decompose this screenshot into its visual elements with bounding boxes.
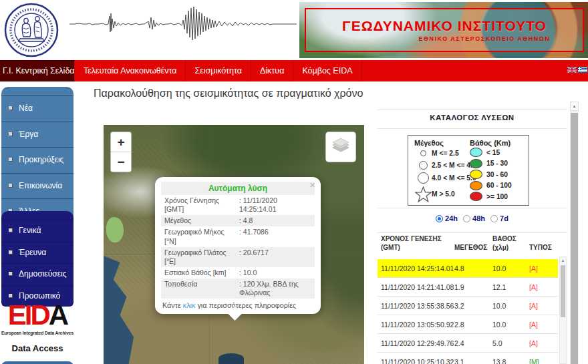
header-depth-line1: ΒΑΘΟΣ (492, 235, 529, 244)
lake (218, 353, 244, 364)
map-zoom-control: + − (110, 132, 132, 172)
period-label: 7d (500, 214, 508, 222)
page: ΓΕΩΔΥΝΑΜΙΚΟ ΙΝΣΤΙΤΟΥΤΟ ΕΘΝΙΚΟ ΑΣΤΕΡΟΣΚΟΠ… (0, 0, 588, 364)
scroll-up-icon[interactable]: ▲ (570, 102, 579, 111)
sidebar-item-label: Δημοσιεύσεις (19, 269, 66, 279)
period-option-48h[interactable]: 48h (463, 214, 485, 222)
period-option-24h[interactable]: 24h (436, 214, 458, 222)
depth-swatch-icon (470, 159, 482, 168)
popup-row-label: Γεωγραφικό Μήκος [°N] (164, 228, 237, 245)
divider (378, 128, 567, 129)
event-depth: 13.8 (492, 358, 529, 364)
bullet-icon (9, 250, 13, 254)
sidebar-item-label: Προκηρύξεις (19, 155, 63, 164)
legend-label: 60 - 100 (486, 182, 512, 189)
institute-title: ΓΕΩΔΥΝΑΜΙΚΟ ΙΝΣΤΙΤΟΥΤΟ (306, 18, 583, 34)
bullet-icon (9, 294, 13, 298)
radio-icon[interactable] (463, 215, 470, 222)
popup-row-label: Μέγεθος (164, 216, 237, 225)
sidebar-item-general[interactable]: Γενικά (1, 220, 74, 242)
magnitude-circle-icon (414, 161, 432, 170)
nav-item-announcements[interactable]: Τελευταία Ανακοινωθέντα (75, 60, 186, 81)
seismicity-map[interactable]: + − × Αυτόματη λύση Χρόνος Γέννησης [GMT… (104, 125, 364, 364)
sidebar-item-label: Έργα (19, 130, 38, 139)
sidebar-item-contact[interactable]: Επικοινωνία (1, 173, 74, 199)
radio-icon[interactable] (490, 215, 498, 222)
divider (378, 208, 567, 208)
sidebar-item-label: Έρευνα (19, 248, 46, 257)
header-time: ΧΡΟΝΟΣ ΓΕΝΕΣΗΣ (GMT) (378, 235, 454, 252)
legend-label: M <= 2.5 (432, 150, 459, 157)
event-time: 11/11/2020 12:29:49.76 (378, 339, 454, 347)
nav-item-seismicity[interactable]: Σεισμικότητα (186, 60, 251, 81)
sidebar-item-news[interactable]: Νέα (1, 96, 74, 122)
sidebar-item-research[interactable]: Έρευνα (1, 242, 74, 264)
divider (378, 232, 567, 233)
period-selector: 24h 48h 7d (378, 214, 567, 222)
event-time: 11/11/2020 13:55:38.56 (378, 302, 454, 310)
legend-item: M > 5.0 (414, 185, 476, 203)
header-magnitude: ΜΕΓΕΘΟΣ (454, 244, 492, 252)
sidebar-item-publications[interactable]: Δημοσιεύσεις (1, 263, 74, 285)
header-time-line2: (GMT) (381, 244, 454, 252)
nav-item-networks[interactable]: Δίκτυα (251, 60, 293, 81)
uk-flag-icon[interactable] (567, 63, 577, 75)
zoom-out-button[interactable]: − (111, 152, 131, 172)
legend-magnitude-title: Μέγεθος (414, 139, 476, 147)
events-table: 11/11/2020 14:25:14.01 4.8 10.0 [A] 11/1… (378, 259, 558, 364)
eida-logo-letter-a: A (49, 299, 67, 331)
scroll-up-icon[interactable]: ▲ (560, 257, 566, 264)
institute-banner-frame: ΓΕΩΔΥΝΑΜΙΚΟ ΙΝΣΤΙΤΟΥΤΟ ΕΘΝΙΚΟ ΑΣΤΕΡΟΣΚΟΠ… (305, 8, 584, 52)
event-magnitude: 3.1 (454, 358, 492, 364)
sidebar-item-label: Επικοινωνία (19, 181, 62, 190)
depth-swatch-icon (470, 148, 482, 157)
sidebar-item-projects[interactable]: Έργα (1, 122, 74, 148)
nav-item-home[interactable]: Γ.Ι. Κεντρική Σελίδα (0, 60, 75, 81)
table-scrollbar[interactable]: ▲ (559, 256, 567, 364)
event-depth: 10.0 (492, 302, 529, 310)
table-row[interactable]: 11/11/2020 13:05:50.92 2.8 10.0 [A] (378, 315, 558, 334)
legend-item: 30 - 60 (470, 169, 512, 180)
catalog-title: ΚΑΤΑΛΟΓΟΣ ΛΥΣΕΩΝ (378, 114, 567, 122)
table-row[interactable]: 11/11/2020 14:21:41.08 1.9 12.1 [A] (378, 278, 558, 297)
event-depth: 12.1 (492, 283, 529, 291)
popup-row-depth: Εστιακό Βάθος [km] : 10.0 (161, 267, 315, 279)
period-option-7d[interactable]: 7d (490, 214, 508, 222)
radio-icon[interactable] (436, 215, 443, 222)
event-type: [A] (529, 283, 558, 291)
table-row[interactable]: 11/11/2020 12:29:49.76 2.4 5.0 [A] (378, 334, 558, 353)
popup-row-origin-time: Χρόνος Γέννησης [GMT] : 11/11/2020 14:25… (161, 195, 315, 215)
more-info-link[interactable]: κλικ (183, 301, 196, 309)
page-title: Παρακολούθηση της σεισμικότητας σε πραγμ… (94, 87, 363, 100)
sidebar-item-tenders[interactable]: Προκηρύξεις (1, 147, 74, 173)
table-row[interactable]: 11/11/2020 10:25:10.32 3.1 13.8 [M] (378, 353, 558, 364)
magnitude-star-icon (414, 186, 432, 202)
table-row[interactable]: 11/11/2020 14:25:14.01 4.8 10.0 [A] (378, 259, 558, 278)
nav-item-eida-node[interactable]: Κόμβος EIDA (293, 60, 361, 81)
map-layers-button[interactable] (325, 132, 356, 162)
event-magnitude: 1.9 (454, 283, 492, 291)
table-scrollbar-thumb[interactable] (561, 265, 565, 317)
greek-flag-icon[interactable] (578, 63, 587, 75)
header-depth: ΒΑΘΟΣ (χλμ) (492, 235, 529, 252)
eida-section: EIDA European Integrated Data Archives D… (0, 301, 75, 353)
table-row[interactable]: 11/11/2020 13:55:38.56 3.2 10.0 [A] (378, 297, 558, 315)
page-scrollbar[interactable]: ▲ (570, 102, 579, 364)
popup-row-value: : 120 Χλμ. ΒΒΔ της Φλώρινας (237, 280, 311, 297)
divider (378, 110, 567, 110)
events-table-header: ΧΡΟΝΟΣ ΓΕΝΕΣΗΣ (GMT) ΜΕΓΕΘΟΣ ΒΑΘΟΣ (χλμ)… (378, 235, 558, 252)
header-type: ΤΥΠΟΣ (529, 244, 558, 252)
data-access-link[interactable]: Data Access (0, 343, 75, 353)
zoom-in-button[interactable]: + (111, 132, 131, 152)
event-depth: 5.0 (492, 339, 529, 347)
event-type: [A] (529, 264, 558, 272)
magnitude-circle-icon (414, 172, 432, 184)
event-type: [A] (529, 321, 558, 329)
bullet-icon (9, 158, 13, 162)
eida-logo[interactable]: EIDA (0, 301, 75, 330)
close-icon[interactable]: × (309, 179, 315, 190)
page-scrollbar-thumb[interactable] (571, 113, 578, 364)
event-magnitude: 3.2 (454, 302, 492, 310)
popup-row-value: : 4.8 (237, 216, 311, 225)
popup-row-value: : 41.7086 (237, 228, 311, 245)
